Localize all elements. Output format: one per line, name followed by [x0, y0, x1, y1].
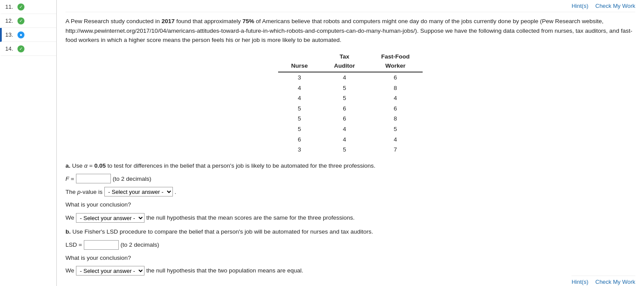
main-content: Hint(s) Check My Work A Pew Research stu…: [57, 0, 644, 286]
sidebar-num-14: 14.: [5, 45, 17, 52]
bottom-bar: Hint(s) Check My Work: [572, 276, 635, 286]
sidebar-item-11[interactable]: 11. ✓: [0, 0, 56, 14]
table-row: 346: [278, 72, 423, 83]
alpha-val: 0.05: [94, 162, 106, 169]
hypothesis-text-1: the null hypothesis that the mean scores…: [146, 213, 355, 223]
table-row: 454: [278, 93, 423, 103]
col-header-nurse: Nurse: [278, 51, 321, 72]
lsd-decimals: (to 2 decimals): [121, 240, 159, 250]
reject-select-1[interactable]: - Select your answer - reject do not rej…: [76, 213, 145, 223]
part-a-label: a.: [65, 162, 70, 169]
sidebar: 11. ✓ 12. ✓ 13. ● 14. ✓: [0, 0, 57, 286]
question-intro: A Pew Research study conducted in 2017 f…: [65, 17, 635, 45]
alpha-sym: α: [84, 162, 88, 169]
table-row: 357: [278, 145, 423, 155]
part-b-description: b. Use Fisher's LSD procedure to compare…: [65, 227, 635, 237]
lsd-label: LSD =: [65, 240, 82, 250]
table-row: 566: [278, 103, 423, 114]
conclusion-label-1: What is your conclusion?: [65, 200, 635, 210]
sidebar-item-13[interactable]: 13. ●: [0, 28, 56, 42]
check-my-work-bottom[interactable]: Check My Work: [596, 279, 636, 285]
sidebar-num-11: 11.: [5, 3, 17, 10]
dot-icon-13: ●: [17, 31, 24, 38]
part-a-description: a. Use α = 0.05 to test for differences …: [65, 161, 635, 171]
lsd-input[interactable]: [84, 240, 119, 250]
check-icon-11: ✓: [17, 3, 24, 10]
hint-link-top[interactable]: Hint(s): [572, 3, 588, 9]
year-bold: 2017: [162, 18, 175, 24]
pvalue-row: The p-value is - Select your answer - le…: [65, 187, 635, 196]
conclusion-row-1: We - Select your answer - reject do not …: [65, 213, 635, 223]
conclusion-row-2: We - Select your answer - reject do not …: [65, 266, 635, 276]
reject-select-2[interactable]: - Select your answer - reject do not rej…: [76, 266, 145, 276]
sidebar-num-12: 12.: [5, 17, 17, 24]
f-label: F =: [65, 174, 74, 184]
top-bar: Hint(s) Check My Work: [65, 0, 635, 12]
pvalue-select[interactable]: - Select your answer - less than .01 bet…: [104, 187, 173, 196]
f-input[interactable]: [76, 174, 111, 183]
col-header-tax-auditor: TaxAuditor: [321, 51, 368, 72]
f-decimals: (to 2 decimals): [113, 174, 152, 184]
we-text-2: We: [65, 266, 74, 276]
question-body: A Pew Research study conducted in 2017 f…: [65, 17, 635, 276]
we-text-1: We: [65, 213, 74, 223]
conclusion-label-2: What is your conclusion?: [65, 253, 635, 263]
check-icon-14: ✓: [17, 45, 24, 52]
table-row: 644: [278, 134, 423, 145]
hint-link-bottom[interactable]: Hint(s): [572, 279, 588, 285]
part-b-label: b.: [65, 228, 71, 235]
hypothesis-text-2: the null hypothesis that the two populat…: [146, 266, 303, 276]
check-my-work-top[interactable]: Check My Work: [596, 3, 636, 9]
pvalue-prefix: The p-value is: [65, 187, 103, 197]
sidebar-num-13: 13.: [5, 31, 17, 38]
table-row: 568: [278, 114, 423, 124]
lsd-row: LSD = (to 2 decimals): [65, 240, 635, 250]
f-value-row: F = (to 2 decimals): [65, 174, 635, 183]
table-row: 458: [278, 83, 423, 93]
data-table: Nurse TaxAuditor Fast-FoodWorker 346 458…: [278, 51, 423, 155]
pvalue-period: .: [175, 187, 176, 197]
check-icon-12: ✓: [17, 17, 24, 24]
sidebar-item-12[interactable]: 12. ✓: [0, 14, 56, 28]
percent-bold: 75%: [242, 18, 254, 24]
col-header-fast-food: Fast-FoodWorker: [368, 51, 423, 72]
sidebar-item-14[interactable]: 14. ✓: [0, 42, 56, 56]
table-row: 545: [278, 124, 423, 134]
